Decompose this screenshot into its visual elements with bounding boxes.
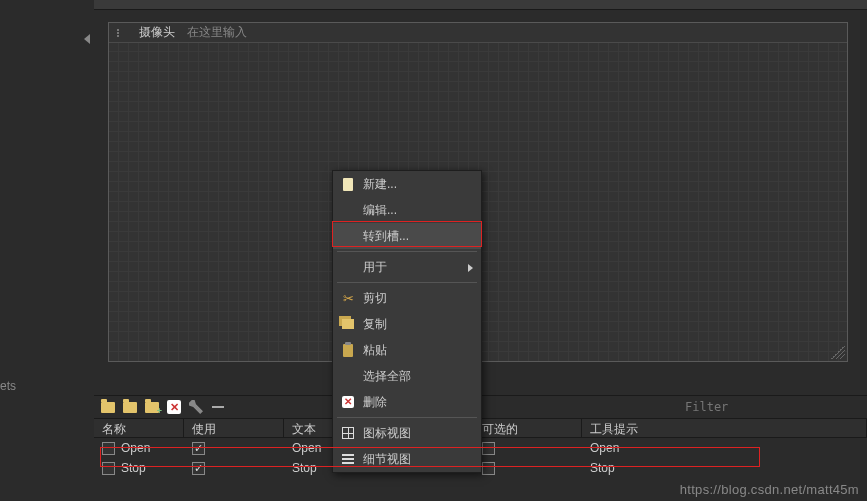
context-menu: 新建...编辑...转到槽...用于✂剪切复制粘贴选择全部删除图标视图细节视图 [332, 170, 482, 473]
menu-item[interactable]: 转到槽... [333, 223, 481, 249]
row-checkbox[interactable] [102, 462, 115, 475]
collapse-arrow-icon[interactable] [84, 34, 90, 44]
menu-item-label: 复制 [363, 316, 387, 333]
submenu-arrow-icon [468, 264, 473, 272]
cell-tooltip: Open [582, 441, 867, 455]
menu-item-label: 编辑... [363, 202, 397, 219]
menu-item-label: 细节视图 [363, 451, 411, 468]
list-icon [340, 451, 356, 467]
lineedit-placeholder[interactable]: 在这里输入 [187, 24, 247, 41]
cell-name: Open [121, 441, 150, 455]
col-header-name[interactable]: 名称 [94, 419, 184, 437]
menu-item[interactable]: 粘贴 [333, 337, 481, 363]
cell-tooltip: Stop [582, 461, 867, 475]
grid-icon [340, 425, 356, 441]
delete-action-icon[interactable]: ✕ [166, 399, 182, 415]
menu-item[interactable]: 图标视图 [333, 420, 481, 446]
col-header-use[interactable]: 使用 [184, 419, 284, 437]
menu-item-label: 转到槽... [363, 228, 409, 245]
watermark: https://blog.csdn.net/matt45m [680, 482, 859, 497]
left-panel-fragment: ets [0, 379, 16, 393]
menu-item[interactable]: 编辑... [333, 197, 481, 223]
delete-icon [340, 394, 356, 410]
drag-handle-icon[interactable] [117, 29, 123, 37]
new-folder-icon[interactable] [100, 399, 116, 415]
camera-widget-label: 摄像头 [139, 24, 175, 41]
menu-item-label: 粘贴 [363, 342, 387, 359]
filter-input[interactable] [681, 398, 861, 416]
add-folder-icon[interactable] [144, 399, 160, 415]
menu-separator [337, 417, 477, 418]
menu-separator [337, 251, 477, 252]
menu-item[interactable]: 复制 [333, 311, 481, 337]
menu-item-label: 图标视图 [363, 425, 411, 442]
paste-icon [340, 342, 356, 358]
copy-icon [340, 316, 356, 332]
col-header-selectable[interactable]: 可选的 [474, 419, 582, 437]
resize-grip-icon[interactable] [831, 345, 845, 359]
selectable-checkbox[interactable] [482, 462, 495, 475]
menu-item-label: 剪切 [363, 290, 387, 307]
use-checkbox[interactable] [192, 442, 205, 455]
menu-item[interactable]: 用于 [333, 254, 481, 280]
menu-item-label: 删除 [363, 394, 387, 411]
cell-name: Stop [121, 461, 146, 475]
menu-item[interactable]: 删除 [333, 389, 481, 415]
menu-separator [337, 282, 477, 283]
menu-item[interactable]: 细节视图 [333, 446, 481, 472]
menu-item-label: 新建... [363, 176, 397, 193]
menu-item-label: 选择全部 [363, 368, 411, 385]
col-header-tooltip[interactable]: 工具提示 [582, 419, 867, 437]
menu-item-label: 用于 [363, 259, 387, 276]
menu-item[interactable]: 选择全部 [333, 363, 481, 389]
top-toolbar [94, 0, 867, 10]
selectable-checkbox[interactable] [482, 442, 495, 455]
left-dock: ets [0, 0, 94, 501]
row-checkbox[interactable] [102, 442, 115, 455]
menu-item[interactable]: 新建... [333, 171, 481, 197]
page-icon [340, 176, 356, 192]
scissors-icon: ✂ [340, 290, 356, 306]
use-checkbox[interactable] [192, 462, 205, 475]
open-folder-icon[interactable] [122, 399, 138, 415]
menu-item[interactable]: ✂剪切 [333, 285, 481, 311]
edit-action-icon[interactable] [188, 399, 204, 415]
remove-action-icon[interactable] [210, 399, 226, 415]
